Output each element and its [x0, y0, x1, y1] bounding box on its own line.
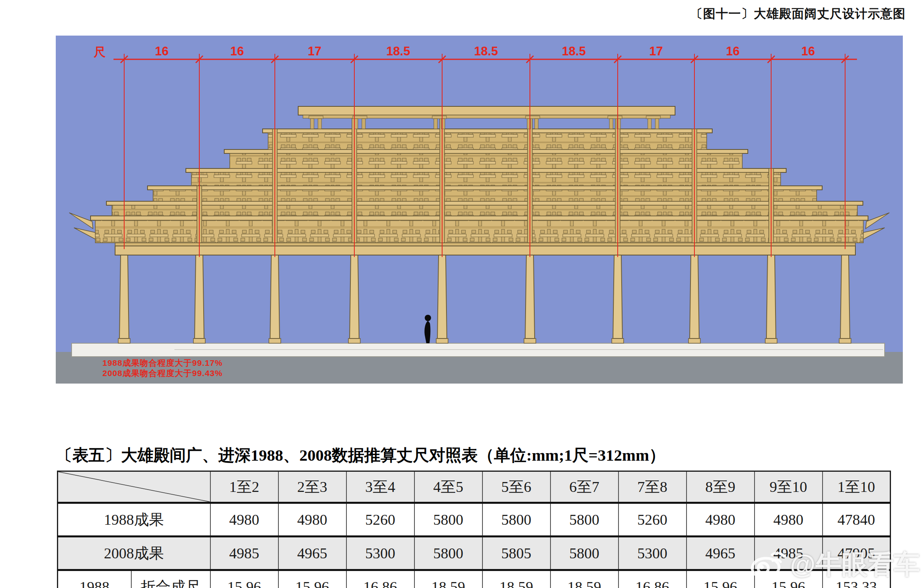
table-cell: 4980: [687, 503, 755, 537]
table-cell: 47840: [823, 503, 891, 537]
table-cell: 5800: [482, 503, 550, 537]
table-cell: 5300: [618, 537, 687, 570]
dimension-label: 17: [649, 44, 663, 59]
table-header-cell: 5至6: [482, 471, 550, 503]
table-cell: 4980: [755, 503, 823, 537]
table-header-cell: 9至10: [755, 471, 823, 503]
table-title: 〔表五〕大雄殿间广、进深1988、2008数据推算丈尺对照表（单位:mm;1尺=…: [56, 444, 665, 466]
page: 〔图十一〕大雄殿面阔丈尺设计示意图 尺 16161718.518.518.517…: [0, 0, 923, 588]
table-cell: 5805: [482, 537, 550, 570]
dimension-label: 18.5: [474, 44, 498, 59]
table-header-cell: 3至4: [346, 471, 414, 503]
weibo-logo-icon: [749, 546, 789, 583]
table-header-row: 1至22至33至44至55至66至77至88至99至101至10: [58, 471, 891, 503]
dimension-label: 18.5: [386, 44, 410, 59]
figure-caption: 〔图十一〕大雄殿面阔丈尺设计示意图: [690, 6, 906, 22]
upper-tier-bands: [106, 129, 863, 216]
table-header-cell: 1至10: [823, 471, 891, 503]
watermark: @牛眼看车: [749, 546, 920, 583]
table-cell: 5260: [618, 503, 687, 537]
table-cell: 16.86: [346, 570, 414, 588]
dimension-label: 16: [230, 44, 244, 59]
eave-bracket-band: [69, 213, 889, 243]
diagonal-line: [58, 472, 210, 502]
dimension-label: 17: [308, 44, 321, 59]
row-label: 2008成果: [58, 537, 210, 570]
row-label: 1988: [58, 570, 131, 588]
table-cell: 4965: [278, 537, 346, 570]
columns: [118, 255, 851, 343]
table-cell: 18.59: [482, 570, 550, 588]
table-corner-cell: [58, 471, 210, 503]
table-cell: 15.96: [210, 570, 278, 588]
table-cell: 5800: [550, 503, 618, 537]
table-header-cell: 8至9: [687, 471, 755, 503]
dimension-label: 18.5: [562, 44, 586, 59]
table-header-cell: 6至7: [550, 471, 618, 503]
table-cell: 18.59: [550, 570, 618, 588]
table-cell: 18.59: [414, 570, 482, 588]
table-cell: 4980: [278, 503, 346, 537]
match-annotation-1988: 1988成果吻合程度大于99.17%: [102, 357, 223, 369]
table-header-row: 1至22至33至44至55至66至77至88至99至101至10: [58, 471, 891, 503]
table-header-cell: 2至3: [278, 471, 346, 503]
elevation-drawing-panel: 尺 16161718.518.518.5171616 1988成果吻合程度大于9…: [56, 36, 903, 384]
human-figure: [424, 315, 431, 343]
table-row: 1988成果4980498052605800580058005260498049…: [58, 503, 891, 537]
unit-label: 尺: [94, 44, 106, 61]
table-cell: 15.96: [687, 570, 755, 588]
watermark-text: @牛眼看车: [790, 547, 920, 582]
temple-structure-svg: [56, 36, 903, 384]
table-cell: 4980: [210, 503, 278, 537]
table-cell: 5260: [346, 503, 414, 537]
architrave-beams: [115, 243, 855, 255]
table-header-cell: 1至2: [210, 471, 278, 503]
table-header-cell: 4至5: [414, 471, 482, 503]
match-annotation-2008: 2008成果吻合程度大于99.43%: [102, 368, 223, 379]
platform: [72, 343, 885, 357]
table-cell: 5800: [550, 537, 618, 570]
table-cell: 15.96: [278, 570, 346, 588]
table-cell: 16.86: [618, 570, 687, 588]
table-cell: 4985: [210, 537, 278, 570]
dimension-label: 16: [155, 44, 168, 59]
dimension-label: 16: [801, 44, 815, 59]
row-sublabel: 折合成尺: [131, 570, 210, 588]
row-label: 1988成果: [58, 503, 210, 537]
table-cell: 5300: [346, 537, 414, 570]
table-cell: 4965: [687, 537, 755, 570]
table-cell: 5800: [414, 537, 482, 570]
table-header-cell: 7至8: [618, 471, 687, 503]
table-cell: 5800: [414, 503, 482, 537]
dimension-label: 16: [726, 44, 740, 59]
